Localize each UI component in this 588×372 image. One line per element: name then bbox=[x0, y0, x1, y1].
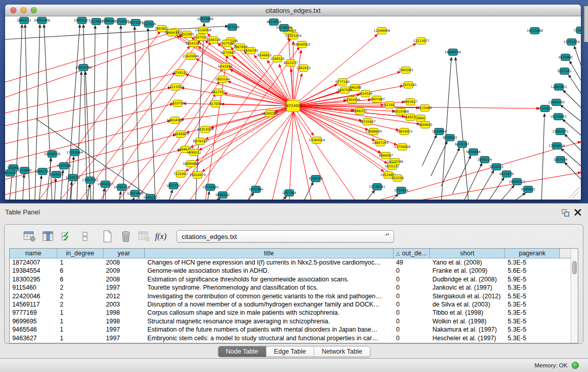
table-row[interactable]: 1456911722003Disruption of a novel membe… bbox=[10, 300, 560, 309]
table-type-tabs: Node TableEdge TableNetwork Table bbox=[217, 346, 370, 357]
graph-node-label: 8471676 bbox=[499, 172, 514, 176]
graph-node-label: 1640954 bbox=[432, 129, 446, 133]
float-panel-icon[interactable] bbox=[561, 209, 570, 217]
graph-node-label: 18300295 bbox=[262, 112, 278, 115]
tab-edge-table[interactable]: Edge Table bbox=[266, 346, 313, 357]
minimize-window-button[interactable] bbox=[20, 7, 27, 13]
column-header-name[interactable]: name bbox=[10, 249, 57, 258]
table-cell: 0 bbox=[394, 309, 430, 317]
graph-node-label: 1112358 bbox=[574, 28, 581, 32]
graph-node-label: 2803144 bbox=[215, 77, 230, 81]
graph-edge bbox=[302, 182, 313, 200]
table-columns-icon bbox=[42, 231, 54, 242]
tab-node-table[interactable]: Node Table bbox=[218, 346, 266, 357]
scrollbar-thumb[interactable] bbox=[572, 261, 577, 274]
graph-node-label: 9474444 bbox=[466, 150, 481, 154]
new-file-icon bbox=[102, 230, 113, 243]
graph-edge bbox=[148, 28, 156, 200]
graph-node-label: 22420046 bbox=[183, 54, 199, 58]
network-canvas[interactable]: 1872400718300295866012389129552222605893… bbox=[5, 16, 581, 200]
graph-node-label: 15692971 bbox=[552, 129, 569, 133]
graph-node-label: 8454749 bbox=[244, 49, 258, 52]
table-cell: 5.3E-5 bbox=[505, 309, 560, 317]
table-cell: 9699695 bbox=[10, 317, 57, 325]
zoom-window-button[interactable] bbox=[31, 7, 37, 13]
table-panel-body: f(x) citations_edges.txt ▴▾ namein_degre… bbox=[4, 224, 583, 344]
table-panel-title: Table Panel bbox=[5, 208, 40, 216]
graph-node-label: 19384554 bbox=[309, 138, 325, 142]
function-builder-button[interactable]: f(x) bbox=[155, 232, 166, 241]
desktop-background: citations_edges.txt 18724007183002958660… bbox=[0, 0, 588, 203]
show-columns-button[interactable] bbox=[40, 229, 56, 244]
column-header-title[interactable]: title bbox=[145, 249, 394, 258]
create-column-button[interactable] bbox=[100, 229, 115, 244]
table-cell: 2 bbox=[57, 300, 103, 309]
table-cell: 19384554 bbox=[10, 267, 57, 275]
graph-node-label: 1250515 bbox=[66, 176, 80, 179]
table-header-row: namein_degreeyeartitle△out_de...shortpag… bbox=[10, 249, 572, 258]
table-row[interactable]: 969969511998Structural magnetic resonanc… bbox=[10, 317, 560, 325]
window-titlebar[interactable]: citations_edges.txt bbox=[5, 5, 581, 16]
table-vertical-scrollbar[interactable] bbox=[571, 249, 578, 343]
graph-edge bbox=[105, 25, 108, 200]
graph-node-label: 20364456 bbox=[344, 98, 360, 101]
graph-node-label: 1115682 bbox=[17, 168, 32, 172]
column-header-year[interactable]: year bbox=[103, 249, 145, 258]
table-row[interactable]: 2242004622012Investigating the contribut… bbox=[10, 292, 560, 300]
graph-node-label: 12353594 bbox=[197, 127, 213, 131]
graph-edge bbox=[198, 47, 288, 102]
select-columns-button[interactable] bbox=[59, 229, 74, 244]
table-row[interactable]: 946554611997Estimation of the future num… bbox=[10, 325, 560, 334]
graph-node-label: 252254 bbox=[391, 176, 404, 180]
table-mode-button[interactable] bbox=[22, 229, 37, 244]
table-cell: 0 bbox=[394, 300, 430, 309]
graph-node-label: 9463627 bbox=[403, 100, 418, 103]
graph-node-label: 16648794 bbox=[445, 50, 461, 54]
graph-edge bbox=[102, 188, 104, 200]
delete-table-button[interactable] bbox=[137, 229, 152, 244]
close-panel-icon[interactable] bbox=[574, 208, 582, 216]
graph-node-label: 9245052 bbox=[521, 187, 535, 191]
column-header-short[interactable]: short bbox=[430, 249, 505, 258]
table-cell: 1 bbox=[57, 325, 103, 334]
graph-node-label: 10756928 bbox=[394, 145, 410, 148]
table-row[interactable]: 977716911998Corpus callosum shape and si… bbox=[10, 309, 560, 317]
table-cell: 5.3E-5 bbox=[505, 300, 560, 309]
table-row[interactable]: 1872400712008Changes of HCN gene express… bbox=[10, 258, 560, 267]
delete-column-button[interactable] bbox=[118, 229, 134, 244]
graph-node-label: 9175685 bbox=[221, 51, 235, 54]
table-cell: Nakamura et al. (1997) bbox=[430, 325, 505, 334]
graph-edge bbox=[497, 185, 514, 200]
graph-node-label: 16958107 bbox=[97, 182, 114, 186]
graph-node-label: 12444149 bbox=[548, 100, 564, 104]
graph-node-label: 1057364 bbox=[282, 191, 296, 194]
row-height-button[interactable] bbox=[77, 229, 93, 244]
attribute-table: namein_degreeyeartitle△out_de...shortpag… bbox=[9, 248, 578, 343]
table-cell: 9115460 bbox=[10, 283, 57, 292]
table-selector-combobox[interactable]: citations_edges.txt ▴▾ bbox=[177, 230, 394, 243]
graph-edge bbox=[509, 193, 526, 200]
table-cell: 5.5E-5 bbox=[505, 292, 560, 300]
graph-edge bbox=[394, 172, 581, 200]
table-row[interactable]: 1830029562008Estimation of significance … bbox=[10, 275, 560, 283]
graph-node-label: 7986372 bbox=[353, 109, 367, 113]
table-cell: 0 bbox=[394, 334, 430, 342]
table-cell: Tourette syndrome. Phenomenology and cla… bbox=[145, 283, 394, 292]
graph-edge bbox=[289, 36, 293, 99]
combobox-arrows-icon: ▴▾ bbox=[385, 232, 389, 236]
column-header-pagerank[interactable]: pagerank bbox=[505, 249, 560, 258]
table-row[interactable]: 911546021997Tourette syndrome. Phenomeno… bbox=[10, 283, 560, 292]
close-window-button[interactable] bbox=[10, 7, 16, 13]
table-cell: Estimation of significance thresholds fo… bbox=[145, 275, 394, 283]
table-row[interactable]: 1938455462009Genome-wide association stu… bbox=[10, 267, 560, 275]
column-header-in_degree[interactable]: in_degree bbox=[57, 249, 103, 258]
tab-network-table[interactable]: Network Table bbox=[314, 346, 370, 357]
table-cell: 9465546 bbox=[10, 325, 57, 334]
column-header-out_de[interactable]: △out_de... bbox=[394, 249, 430, 258]
graph-node-label: 1362615 bbox=[296, 66, 311, 70]
table-row[interactable]: 946362711997Embryonic stem cells: a mode… bbox=[10, 334, 560, 342]
table-cell: Structural magnetic resonance image aver… bbox=[145, 317, 394, 325]
graph-node-label: 10688609 bbox=[365, 129, 382, 133]
graph-edge bbox=[564, 162, 581, 179]
graph-node-label: 17016504 bbox=[549, 144, 565, 147]
